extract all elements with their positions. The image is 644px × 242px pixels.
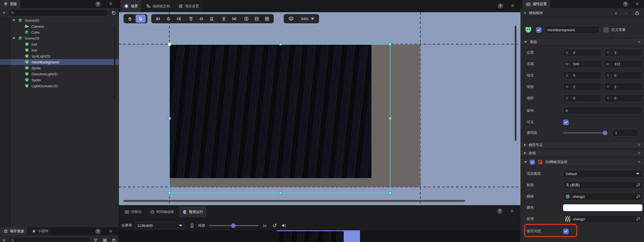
hierarchy-help-button[interactable]: ? — [95, 1, 101, 7]
tab-project-settings[interactable]: 项目设置 — [175, 0, 203, 12]
resolution-dropdown[interactable]: 1136x640 — [135, 222, 185, 229]
opacity-slider[interactable] — [563, 133, 607, 133]
handle-top-center[interactable] — [279, 43, 282, 46]
scene-menu-button[interactable]: ≡ — [511, 4, 514, 8]
scale-x-input[interactable]: X2 — [563, 83, 601, 91]
tab-project-assets[interactable]: 项目资源 — [0, 227, 27, 235]
tree-item-trail[interactable]: trail — [0, 41, 119, 47]
color-swatch[interactable] — [563, 204, 642, 211]
viewport-horizontal-scrollbar[interactable] — [124, 200, 465, 202]
fit-height-button[interactable] — [241, 15, 251, 23]
locate-material-button[interactable] — [636, 183, 640, 187]
zoom-level-dropdown[interactable]: 54% — [298, 15, 317, 22]
add-asset-button[interactable]: + — [0, 238, 8, 242]
tree-item-spotlight2d[interactable]: spotLight2D — [0, 53, 119, 59]
align-center-x-button[interactable] — [163, 15, 173, 23]
render-layer-dropdown[interactable]: Default — [563, 170, 642, 178]
handle-bottom-center[interactable] — [279, 192, 282, 194]
width-input[interactable]: W500 — [563, 60, 601, 68]
add-component-button[interactable]: 增加组件 — [529, 11, 543, 15]
section-sprite-node[interactable]: 精灵节点 ≡ — [520, 141, 644, 149]
inspector-help-button[interactable]: ? — [623, 1, 628, 7]
tab-console[interactable]: 控制台 — [121, 206, 145, 217]
anchor-y-input[interactable]: Y0 — [604, 72, 643, 79]
distribute-vertical-button[interactable] — [219, 15, 229, 23]
pivot-point[interactable] — [168, 43, 171, 46]
caret-down-icon[interactable] — [12, 37, 15, 39]
opacity-input[interactable]: 1 — [613, 129, 638, 137]
tree-item-scene2d[interactable]: Scene2D — [0, 35, 119, 41]
tree-item-cube[interactable]: Cube — [0, 29, 119, 35]
caret-down-icon[interactable] — [12, 20, 15, 21]
define-variable-checkbox[interactable] — [603, 27, 609, 33]
preview-menu-button[interactable]: ≡ — [511, 209, 513, 213]
align-bottom-button[interactable] — [206, 15, 217, 23]
handle-middle-left[interactable] — [168, 117, 171, 120]
node-name-input[interactable]: meshBackground — [545, 26, 599, 34]
tab-animation-state-machine[interactable]: 动画状态机 — [143, 0, 174, 12]
tab-scene[interactable]: 场景 — [120, 0, 141, 12]
tab-timeline-animation[interactable]: 时间轴动画 — [147, 206, 178, 217]
select-tool-button[interactable] — [135, 15, 146, 23]
nav-back-button[interactable]: ‹ — [615, 10, 617, 16]
inspector-menu-button[interactable]: ≡ — [636, 2, 639, 6]
section-menu-icon[interactable]: ≡ — [638, 143, 640, 147]
scene-help-button[interactable]: ? — [498, 3, 503, 9]
tree-item-meshbackground-selected[interactable]: meshBackground — [0, 59, 119, 65]
tree-scrollbar[interactable] — [114, 26, 115, 99]
nav-forward-button[interactable]: › — [626, 10, 627, 16]
grid-layout-button[interactable] — [262, 15, 272, 23]
opacity-slider-knob[interactable] — [603, 131, 607, 135]
texture-asset-input[interactable]: shengzi — [563, 215, 642, 223]
align-right-button[interactable] — [173, 15, 184, 23]
assets-search-input[interactable] — [8, 237, 91, 242]
tab-widgets[interactable]: 小部件 — [28, 227, 52, 235]
handle-bottom-left[interactable] — [168, 192, 171, 194]
skew-y-input[interactable]: Y0 — [604, 94, 643, 102]
assets-grid-view-button[interactable] — [100, 238, 109, 242]
material-asset-input[interactable]: 无 (材质) — [563, 181, 642, 189]
height-input[interactable]: H312 — [604, 60, 643, 68]
tree-item-lightoccluder2d[interactable]: LightOccluder2D — [0, 83, 119, 89]
anchor-x-input[interactable]: X0 — [563, 72, 601, 79]
preview-game-view[interactable] — [277, 230, 360, 242]
mute-button[interactable] — [281, 223, 286, 228]
assets-filter-button[interactable] — [91, 238, 100, 242]
rotation-input[interactable]: 0 — [563, 107, 642, 114]
preview-help-button[interactable]: ? — [497, 208, 503, 214]
handle-middle-right[interactable] — [389, 117, 392, 120]
assets-menu-button[interactable]: ≡ — [109, 229, 112, 234]
add-entity-button[interactable]: + — [0, 10, 8, 16]
locate-texture-button[interactable] — [636, 217, 640, 221]
tab-properties[interactable]: 属性设置 — [523, 0, 550, 8]
hand-tool-button[interactable] — [125, 15, 135, 23]
preview-zoom-slider-knob[interactable] — [231, 223, 236, 228]
mesh-asset-input[interactable]: shengzi — [563, 193, 642, 200]
section-mesh-renderer[interactable]: 2D网格渲染器 ≡ — [520, 158, 644, 166]
node-enabled-checkbox[interactable] — [536, 27, 542, 33]
tab-preview-run[interactable]: 预览运行 — [179, 206, 207, 217]
scene-viewport[interactable]: 54% — [119, 12, 520, 205]
section-menu-icon[interactable]: ≡ — [638, 151, 640, 156]
collapse-all-button[interactable] — [108, 11, 119, 15]
scale-y-input[interactable]: Y2 — [604, 83, 643, 91]
tab-hierarchy[interactable]: 层级 — [0, 0, 20, 8]
section-basic[interactable]: 基础 ≡ — [520, 38, 644, 46]
device-orientation-button[interactable] — [190, 223, 194, 228]
section-menu-icon[interactable]: ≡ — [638, 40, 640, 44]
handle-top-right[interactable] — [389, 43, 392, 46]
assets-duplicate-button[interactable] — [109, 238, 119, 242]
section-menu-icon[interactable]: ≡ — [638, 160, 640, 164]
mesh-renderer-enabled-checkbox[interactable] — [530, 160, 535, 165]
hierarchy-menu-button[interactable]: ≡ — [109, 2, 112, 6]
lock-inspector-button[interactable] — [635, 11, 640, 15]
align-left-button[interactable] — [153, 15, 163, 23]
viewport-vertical-scrollbar[interactable] — [515, 26, 516, 141]
selection-bounds[interactable] — [169, 44, 390, 193]
assets-help-button[interactable]: ? — [95, 229, 101, 234]
tree-item-scene3d[interactable]: Scene3D — [0, 17, 119, 23]
preview-zoom-slider[interactable] — [209, 225, 259, 226]
position-x-input[interactable]: X0 — [563, 49, 601, 56]
align-center-y-button[interactable] — [196, 15, 206, 23]
align-top-button[interactable] — [186, 15, 196, 23]
